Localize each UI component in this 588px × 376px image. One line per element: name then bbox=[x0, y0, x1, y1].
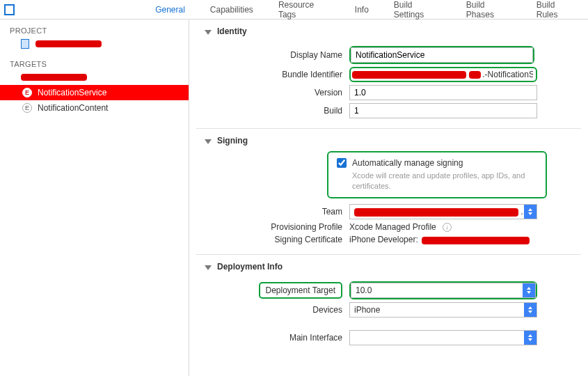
bundle-id-redacted bbox=[469, 71, 482, 79]
devices-value: iPhone bbox=[350, 303, 524, 317]
tab-build-phases[interactable]: Build Phases bbox=[454, 0, 524, 19]
chevron-updown-icon[interactable] bbox=[524, 331, 537, 345]
main-panel[interactable]: Identity Display Name Bundle Identifier bbox=[189, 19, 588, 376]
signing-cert-value: iPhone Developer: bbox=[349, 235, 530, 244]
row-display-name: Display Name bbox=[196, 46, 581, 64]
project-name-redacted bbox=[35, 40, 102, 47]
devices-dropdown[interactable]: iPhone bbox=[349, 302, 537, 318]
section-title-text: Identity bbox=[217, 26, 247, 36]
tab-info[interactable]: Info bbox=[342, 0, 381, 19]
extension-icon: E bbox=[22, 88, 32, 97]
disclosure-triangle-icon[interactable] bbox=[205, 265, 212, 270]
row-provisioning: Provisioning Profile Xcode Managed Profi… bbox=[196, 222, 581, 233]
highlight-box: 10.0 bbox=[349, 281, 537, 299]
chevron-updown-icon[interactable] bbox=[524, 205, 537, 219]
section-divider bbox=[196, 254, 581, 255]
auto-signing-box: Automatically manage signing Xcode will … bbox=[327, 151, 547, 198]
row-signing-cert: Signing Certificate iPhone Developer: bbox=[196, 235, 581, 244]
devices-label: Devices bbox=[196, 305, 349, 315]
deployment-target-value: 10.0 bbox=[351, 283, 523, 297]
extension-icon: E bbox=[22, 103, 32, 113]
build-label: Build bbox=[196, 106, 349, 116]
section-title-identity[interactable]: Identity bbox=[196, 26, 581, 36]
row-version: Version bbox=[196, 85, 581, 100]
highlight-box bbox=[349, 46, 534, 64]
auto-signing-checkbox[interactable] bbox=[337, 158, 347, 168]
chevron-updown-icon[interactable] bbox=[523, 283, 535, 297]
project-row[interactable] bbox=[0, 36, 189, 52]
section-title-text: Deployment Info bbox=[217, 262, 283, 272]
project-navigator: PROJECT TARGETS E NotificationService E … bbox=[0, 19, 189, 376]
team-dropdown[interactable]: ... bbox=[349, 204, 537, 219]
highlight-box: Deployment Target bbox=[259, 282, 343, 299]
target-0-name-redacted bbox=[21, 74, 87, 81]
team-value: ... bbox=[350, 205, 524, 219]
cert-redacted bbox=[422, 237, 530, 244]
team-label: Team bbox=[196, 207, 349, 217]
targets-header: TARGETS bbox=[0, 57, 189, 70]
target-label: NotificationService bbox=[38, 88, 106, 97]
row-build: Build bbox=[196, 103, 581, 118]
section-signing: Signing Automatically manage signing Xco… bbox=[196, 136, 581, 244]
deployment-target-label: Deployment Target bbox=[266, 285, 336, 295]
panel-toggle-icon[interactable] bbox=[4, 4, 15, 15]
target-row-notificationcontent[interactable]: E NotificationContent bbox=[0, 100, 189, 116]
target-row-0[interactable] bbox=[0, 70, 189, 85]
main-interface-label: Main Interface bbox=[196, 333, 349, 343]
section-title-signing[interactable]: Signing bbox=[196, 136, 581, 146]
display-name-label: Display Name bbox=[196, 50, 349, 60]
main-interface-dropdown[interactable] bbox=[349, 330, 537, 345]
row-main-interface: Main Interface bbox=[196, 330, 581, 345]
display-name-input[interactable] bbox=[351, 47, 533, 63]
section-identity: Identity Display Name Bundle Identifier bbox=[196, 26, 581, 118]
auto-signing-hint: Xcode will create and update profiles, a… bbox=[352, 171, 537, 191]
signing-cert-label: Signing Certificate bbox=[196, 235, 349, 244]
info-icon[interactable]: i bbox=[443, 223, 452, 232]
highlight-box: .-NotificationS bbox=[349, 67, 537, 82]
target-row-notificationservice[interactable]: E NotificationService bbox=[0, 85, 189, 100]
provisioning-value: Xcode Managed Profile i bbox=[349, 222, 452, 233]
top-tab-bar: General Capabilities Resource Tags Info … bbox=[0, 0, 588, 19]
xcode-target-editor: General Capabilities Resource Tags Info … bbox=[0, 0, 588, 376]
tab-build-settings[interactable]: Build Settings bbox=[381, 0, 454, 19]
tab-build-rules[interactable]: Build Rules bbox=[524, 0, 588, 19]
bundle-id-redacted bbox=[352, 71, 466, 79]
editor-body: PROJECT TARGETS E NotificationService E … bbox=[0, 19, 588, 376]
section-deployment: Deployment Info Deployment Target 10.0 bbox=[196, 262, 581, 345]
chevron-updown-icon[interactable] bbox=[524, 303, 537, 317]
section-title-text: Signing bbox=[217, 136, 248, 146]
row-deployment-target: Deployment Target 10.0 bbox=[196, 281, 581, 299]
bundle-id-label: Bundle Identifier bbox=[196, 70, 349, 79]
build-input[interactable] bbox=[349, 103, 537, 118]
bundle-id-suffix: .-NotificationS bbox=[482, 70, 533, 79]
tab-general[interactable]: General bbox=[143, 0, 198, 19]
disclosure-triangle-icon[interactable] bbox=[205, 30, 212, 35]
team-redacted bbox=[354, 208, 518, 217]
provisioning-label: Provisioning Profile bbox=[196, 222, 349, 232]
disclosure-triangle-icon[interactable] bbox=[205, 139, 212, 144]
version-label: Version bbox=[196, 88, 349, 97]
row-team: Team ... bbox=[196, 204, 581, 219]
section-divider bbox=[196, 128, 581, 129]
row-bundle-id: Bundle Identifier .-NotificationS bbox=[196, 67, 581, 82]
main-interface-value bbox=[350, 331, 524, 345]
auto-signing-label: Automatically manage signing bbox=[352, 158, 463, 168]
tab-capabilities[interactable]: Capabilities bbox=[198, 0, 266, 19]
tab-resource-tags[interactable]: Resource Tags bbox=[266, 0, 342, 19]
project-doc-icon bbox=[21, 39, 29, 49]
version-input[interactable] bbox=[349, 85, 537, 100]
section-title-deployment[interactable]: Deployment Info bbox=[196, 262, 581, 272]
target-label: NotificationContent bbox=[38, 103, 108, 113]
deployment-target-dropdown[interactable]: 10.0 bbox=[351, 283, 536, 298]
project-header: PROJECT bbox=[0, 24, 189, 36]
row-devices: Devices iPhone bbox=[196, 302, 581, 318]
